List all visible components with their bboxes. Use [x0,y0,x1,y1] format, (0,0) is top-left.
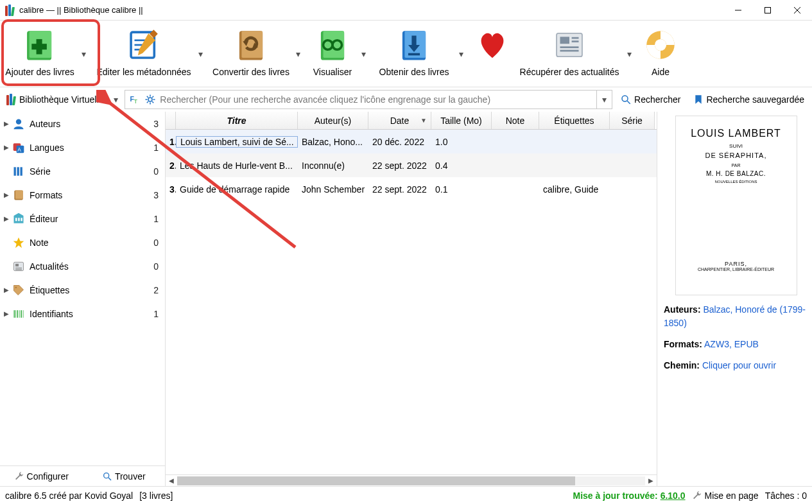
edit-metadata-icon [125,26,162,64]
authors-label: Auteurs: [664,304,701,315]
help-button[interactable]: Aide [638,23,683,85]
fulltext-icon[interactable]: FT [129,94,141,105]
add-books-button[interactable]: Ajouter des livres [1,23,78,85]
expand-icon: ▶ [4,144,12,151]
col-date[interactable]: Date▼ [368,112,431,129]
table-row[interactable]: 3 Guide de démarrage rapide John Schembe… [166,177,657,201]
search-icon [620,94,632,105]
series-icon [12,165,26,178]
formats-link[interactable]: AZW3, EPUB [704,339,759,349]
svg-rect-69 [14,310,15,318]
col-index[interactable] [166,112,176,129]
expand-icon: ▶ [4,215,12,222]
get-books-dropdown[interactable]: ▾ [456,23,466,85]
svg-rect-60 [15,218,17,221]
close-button[interactable] [782,0,812,21]
search-box: FT [125,90,597,109]
sidebar-item-tags[interactable]: ▶ Étiquettes 2 [0,278,165,302]
sidebar-item-publisher[interactable]: ▶ Éditeur 1 [0,207,165,230]
svg-point-38 [148,98,152,101]
svg-rect-57 [15,190,23,198]
window-title: calibre — || Bibliothèque calibre || [19,5,723,15]
table-header: Titre Auteur(s) Date▼ Taille (Mo) Note É… [166,112,657,130]
view-label: Visualiser [313,67,352,77]
col-size[interactable]: Taille (Mo) [431,112,492,129]
sidebar-item-rating[interactable]: Note 0 [0,230,165,254]
sidebar-item-authors[interactable]: ▶ Auteurs 3 [0,112,165,135]
svg-point-75 [104,473,109,478]
svg-rect-54 [17,167,19,175]
languages-icon: A [12,141,26,154]
layout-button[interactable]: Mise en page [692,491,759,501]
tag-browser-sidebar: ▶ Auteurs 3 ▶ A Langues 1 Série 0 ▶ Form… [0,112,166,486]
svg-text:A: A [17,146,21,152]
configure-sidebar-button[interactable]: Configurer [0,466,83,486]
minimize-button[interactable] [723,0,753,21]
svg-rect-74 [23,310,24,318]
sidebar-item-formats[interactable]: ▶ Formats 3 [0,183,165,207]
add-books-label: Ajouter des livres [5,67,74,77]
sidebar-item-identifiers[interactable]: ▶ Identifiants 1 [0,302,165,326]
horizontal-scrollbar[interactable]: ◀ ▶ [166,474,657,486]
gear-icon[interactable] [144,94,156,105]
book-cover[interactable]: LOUIS LAMBERT SUIVI DE SÉRAPHITA, PAR M.… [675,116,797,295]
add-books-dropdown[interactable]: ▾ [78,23,89,85]
virtual-library-button[interactable]: Bibliothèque Virtuelle [3,90,107,109]
fetch-news-button[interactable]: Récupérer des actualités [515,23,624,85]
col-title[interactable]: Titre [176,112,298,129]
convert-books-button[interactable]: Convertir des livres [209,23,293,85]
barcode-icon [12,308,26,320]
svg-rect-27 [408,53,420,56]
view-button[interactable]: Visualiser [307,23,358,85]
search-row: Bibliothèque Virtuelle ▾ FT ▾ Rechercher… [0,87,812,112]
bookmark-icon [693,94,704,105]
sidebar-item-languages[interactable]: ▶ A Langues 1 [0,135,165,159]
search-input[interactable] [160,94,592,105]
search-button[interactable]: Rechercher [616,90,684,109]
convert-books-label: Convertir des livres [212,67,289,77]
jobs-indicator[interactable]: Tâches : 0 [765,491,807,501]
svg-rect-62 [21,218,22,221]
formats-label: Formats: [664,339,702,349]
svg-text:T: T [134,98,138,105]
svg-point-47 [622,96,628,101]
svg-rect-72 [19,310,20,318]
edit-metadata-dropdown[interactable]: ▾ [195,23,205,85]
tag-icon [12,284,26,297]
search-history-dropdown[interactable]: ▾ [597,90,612,109]
books-icon [6,94,17,105]
status-update[interactable]: Mise à jour trouvée: 6.10.0 [573,491,685,501]
view-dropdown[interactable]: ▾ [358,23,368,85]
tools-icon [692,491,702,501]
virtual-library-label: Bibliothèque Virtuelle [19,94,103,105]
maximize-button[interactable] [753,0,782,21]
add-book-icon [21,26,58,64]
get-books-button[interactable]: Obtenir des livres [372,23,456,85]
expand-icon: ▶ [4,120,12,127]
fetch-news-dropdown[interactable]: ▾ [624,23,634,85]
path-link[interactable]: Cliquer pour ouvrir [702,360,776,370]
col-tags[interactable]: Étiquettes [539,112,610,129]
app-icon [5,4,15,16]
fetch-news-label: Récupérer des actualités [520,67,619,77]
convert-icon [232,26,270,64]
table-row[interactable]: 1 Louis Lambert, suivi de Sé... Balzac, … [166,130,657,153]
col-series[interactable]: Série [610,112,655,129]
col-note[interactable]: Note [492,112,539,129]
edit-metadata-label: Editer les métadonnées [96,67,191,77]
sidebar-item-news[interactable]: Actualités 0 [0,254,165,278]
publisher-icon [12,213,26,225]
svg-point-49 [16,119,21,124]
sidebar-item-series[interactable]: Série 0 [0,159,165,183]
virtual-library-dropdown[interactable]: ▾ [111,94,121,105]
book-list-table: Titre Auteur(s) Date▼ Taille (Mo) Note É… [166,112,657,486]
donate-button[interactable] [470,23,515,85]
table-row[interactable]: 2 Les Hauts de Hurle-vent B... Inconnu(e… [166,153,657,177]
heart-icon [475,28,510,62]
col-author[interactable]: Auteur(s) [298,112,368,129]
saved-search-button[interactable]: Recherche sauvegardée [688,90,809,109]
svg-line-44 [152,101,153,103]
edit-metadata-button[interactable]: Editer les métadonnées [92,23,195,85]
convert-books-dropdown[interactable]: ▾ [293,23,303,85]
find-sidebar-button[interactable]: Trouver [83,466,166,486]
